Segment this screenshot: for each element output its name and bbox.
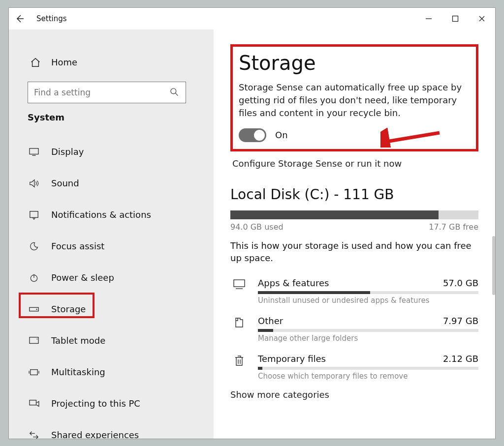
- sidebar-item-label: Storage: [51, 304, 86, 314]
- sidebar: Home System Display Sound: [9, 30, 214, 439]
- sidebar-item-multitasking[interactable]: Multitasking: [9, 357, 214, 388]
- svg-rect-11: [30, 337, 38, 343]
- svg-rect-16: [30, 400, 36, 405]
- disk-usage-labels: 94.0 GB used 17.7 GB free: [230, 222, 478, 232]
- disk-usage-fill: [230, 210, 439, 219]
- search-input[interactable]: [28, 82, 186, 103]
- storage-sense-toggle[interactable]: [239, 128, 266, 142]
- svg-rect-18: [234, 280, 245, 287]
- sidebar-item-label: Focus assist: [51, 241, 104, 251]
- configure-storage-sense-link[interactable]: Configure Storage Sense or run it now: [232, 158, 478, 169]
- sidebar-section: System: [9, 112, 214, 131]
- svg-point-12: [36, 338, 37, 339]
- notification-icon: [28, 210, 40, 220]
- maximize-button[interactable]: [442, 8, 469, 30]
- close-button[interactable]: [469, 8, 495, 30]
- show-more-categories-link[interactable]: Show more categories: [230, 389, 478, 400]
- disk-title: Local Disk (C:) - 111 GB: [230, 186, 478, 203]
- trash-icon: [230, 354, 248, 367]
- sidebar-item-label: Notifications & actions: [51, 209, 151, 220]
- disk-description: This is how your storage is used and how…: [230, 239, 478, 264]
- svg-rect-4: [30, 148, 38, 154]
- scrollbar[interactable]: [492, 236, 495, 295]
- apps-icon: [230, 278, 248, 290]
- storage-sense-toggle-label: On: [275, 130, 288, 140]
- caption-buttons: [415, 8, 495, 30]
- window-body: Home System Display Sound: [9, 30, 495, 439]
- category-size: 57.0 GB: [443, 278, 478, 288]
- svg-line-17: [386, 133, 440, 142]
- page-title: Storage: [239, 52, 470, 74]
- titlebar: Settings: [9, 8, 495, 30]
- window-title: Settings: [36, 14, 67, 23]
- sidebar-item-label: Sound: [51, 178, 79, 188]
- sidebar-item-storage[interactable]: Storage: [9, 294, 214, 325]
- disk-used-label: 94.0 GB used: [230, 222, 284, 232]
- sidebar-item-display[interactable]: Display: [9, 136, 214, 168]
- sound-icon: [28, 178, 40, 188]
- sidebar-item-power-sleep[interactable]: Power & sleep: [9, 262, 214, 294]
- svg-rect-1: [453, 16, 458, 21]
- folder-icon: [230, 316, 248, 328]
- sidebar-item-focus-assist[interactable]: Focus assist: [9, 231, 214, 262]
- svg-rect-13: [31, 369, 37, 375]
- category-hint: Uninstall unused or undesired apps & fea…: [258, 296, 478, 305]
- sidebar-item-label: Shared experiences: [51, 430, 139, 439]
- svg-rect-6: [30, 211, 38, 217]
- svg-point-2: [171, 88, 176, 93]
- power-icon: [28, 273, 40, 283]
- sidebar-item-label: Projecting to this PC: [51, 398, 140, 409]
- projecting-icon: [28, 399, 40, 408]
- category-name: Temporary files: [258, 354, 326, 364]
- category-name: Apps & features: [258, 278, 329, 288]
- storage-sense-description: Storage Sense can automatically free up …: [239, 81, 470, 119]
- annotation-arrow-icon: [380, 128, 444, 148]
- back-button[interactable]: [15, 14, 34, 24]
- disk-usage-bar: [230, 210, 478, 219]
- sidebar-item-label: Power & sleep: [51, 272, 114, 283]
- display-icon: [28, 148, 40, 156]
- minimize-button[interactable]: [415, 8, 442, 30]
- storage-icon: [28, 306, 40, 313]
- sidebar-item-shared-experiences[interactable]: Shared experiences: [9, 419, 214, 439]
- moon-icon: [28, 241, 40, 251]
- sidebar-item-notifications[interactable]: Notifications & actions: [9, 199, 214, 231]
- category-name: Other: [258, 316, 283, 326]
- category-apps-features[interactable]: Apps & features57.0 GB Uninstall unused …: [230, 274, 478, 312]
- home-icon: [28, 57, 43, 68]
- sidebar-item-label: Tablet mode: [51, 335, 105, 346]
- annotation-hero-highlight: Storage Storage Sense can automatically …: [230, 44, 478, 151]
- sidebar-home-label: Home: [51, 57, 77, 67]
- search-wrap: [28, 82, 202, 103]
- shared-icon: [28, 430, 40, 439]
- settings-window: Settings Home System: [8, 7, 496, 439]
- sidebar-item-projecting[interactable]: Projecting to this PC: [9, 388, 214, 419]
- tablet-icon: [28, 336, 40, 345]
- svg-line-3: [176, 93, 178, 95]
- search-icon: [169, 87, 179, 97]
- sidebar-item-label: Multitasking: [51, 367, 105, 377]
- category-hint: Manage other large folders: [258, 334, 478, 343]
- disk-free-label: 17.7 GB free: [429, 222, 478, 232]
- category-size: 2.12 GB: [443, 354, 478, 364]
- sidebar-item-sound[interactable]: Sound: [9, 168, 214, 199]
- sidebar-nav: Display Sound Notifications & actions Fo…: [9, 131, 214, 439]
- svg-point-10: [36, 308, 37, 309]
- category-other[interactable]: Other7.97 GB Manage other large folders: [230, 312, 478, 350]
- category-hint: Choose which temporary files to remove: [258, 372, 478, 381]
- sidebar-item-label: Display: [51, 147, 84, 157]
- sidebar-item-tablet-mode[interactable]: Tablet mode: [9, 325, 214, 357]
- multitasking-icon: [28, 368, 40, 377]
- main-content: Storage Storage Sense can automatically …: [214, 30, 495, 439]
- category-size: 7.97 GB: [443, 316, 478, 326]
- category-temporary-files[interactable]: Temporary files2.12 GB Choose which temp…: [230, 350, 478, 387]
- sidebar-home[interactable]: Home: [9, 50, 214, 75]
